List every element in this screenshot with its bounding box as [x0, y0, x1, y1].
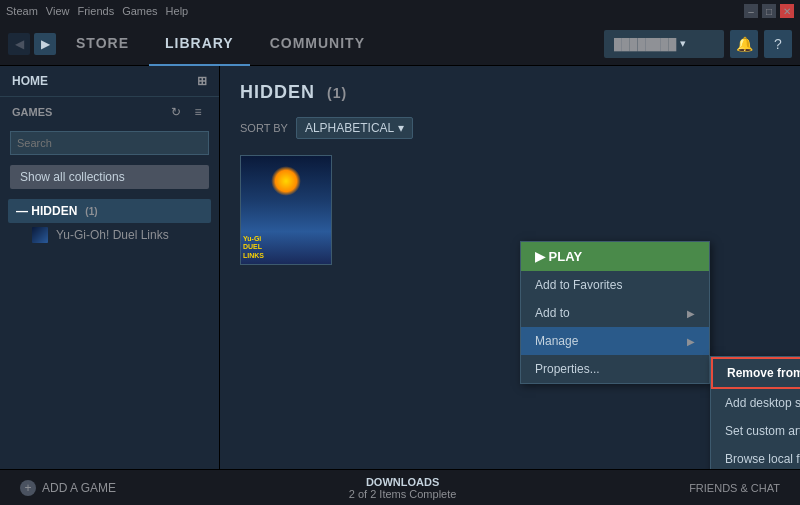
dropdown-arrow-icon: ▾ [680, 37, 686, 50]
sidebar-search-input[interactable] [10, 131, 209, 155]
sidebar-game-yugioh[interactable]: Yu-Gi-Oh! Duel Links [8, 223, 211, 247]
main-layout: HOME ⊞ GAMES ↻ ≡ Show all collections — … [0, 66, 800, 469]
sidebar-header-icons: ↻ ≡ [167, 103, 207, 121]
game-art-yugioh [241, 156, 331, 264]
user-name-display: ████████ [614, 38, 676, 50]
user-button[interactable]: ████████ ▾ [604, 30, 724, 58]
hidden-count-badge: (1) [85, 206, 97, 217]
game-label-yugioh: Yu-Gi-Oh! Duel Links [56, 228, 169, 242]
sort-arrow-icon: ▾ [398, 121, 404, 135]
tab-library[interactable]: LIBRARY [149, 22, 250, 66]
add-game-label: ADD A GAME [42, 481, 116, 495]
submenu-arrow-icon: ▶ [687, 308, 695, 319]
sort-by-label: SORT BY [240, 122, 288, 134]
grid-icon: ⊞ [197, 74, 207, 88]
context-menu-main: ▶ PLAY Add to Favorites Add to ▶ Manage … [520, 241, 710, 384]
friends-chat-button[interactable]: FRIENDS & CHAT [681, 478, 788, 498]
home-label: HOME [12, 74, 48, 88]
sort-bar: SORT BY Alphabetical ▾ [240, 117, 780, 139]
context-manage[interactable]: Manage ▶ [521, 327, 709, 355]
manage-submenu-arrow-icon: ▶ [687, 336, 695, 347]
add-game-button[interactable]: + ADD A GAME [12, 476, 124, 500]
back-button[interactable]: ◀ [8, 33, 30, 55]
close-button[interactable]: ✕ [780, 4, 794, 18]
nav-icons: ████████ ▾ 🔔 ? [604, 30, 792, 58]
refresh-icon-button[interactable]: ↻ [167, 103, 185, 121]
downloads-title: DOWNLOADS [349, 476, 457, 488]
bottom-bar: + ADD A GAME DOWNLOADS 2 of 2 Items Comp… [0, 469, 800, 505]
minimize-button[interactable]: – [744, 4, 758, 18]
help-icon-button[interactable]: ? [764, 30, 792, 58]
game-icon-yugioh [32, 227, 48, 243]
content-area: HIDDEN (1) SORT BY Alphabetical ▾ ▶ PLAY… [220, 66, 800, 469]
context-properties[interactable]: Properties... [521, 355, 709, 383]
forward-button[interactable]: ▶ [34, 33, 56, 55]
downloads-center[interactable]: DOWNLOADS 2 of 2 Items Complete [349, 476, 457, 500]
tab-community[interactable]: COMMUNITY [254, 22, 381, 66]
context-menu-manage: Remove from Hidden Add desktop shortcut … [710, 356, 800, 469]
sidebar-item-home[interactable]: HOME ⊞ [0, 66, 219, 97]
sidebar: HOME ⊞ GAMES ↻ ≡ Show all collections — … [0, 66, 220, 469]
downloads-status: 2 of 2 Items Complete [349, 488, 457, 500]
sort-value: Alphabetical [305, 121, 394, 135]
title-bar-menu: Steam View Friends Games Help [6, 5, 188, 17]
hidden-item-label: — HIDDEN [16, 204, 77, 218]
context-add-favorites[interactable]: Add to Favorites [521, 271, 709, 299]
filter-icon-button[interactable]: ≡ [189, 103, 207, 121]
maximize-button[interactable]: □ [762, 4, 776, 18]
title-bar-controls: – □ ✕ [744, 4, 794, 18]
sidebar-games-header: GAMES ↻ ≡ [0, 97, 219, 127]
games-label: GAMES [12, 106, 52, 118]
context-browse-local[interactable]: Browse local files [711, 445, 800, 469]
title-bar: Steam View Friends Games Help – □ ✕ [0, 0, 800, 22]
tab-store[interactable]: STORE [60, 22, 145, 66]
plus-icon: + [20, 480, 36, 496]
menu-friends[interactable]: Friends [77, 5, 114, 17]
friends-label: FRIENDS & CHAT [689, 482, 780, 494]
context-remove-from-hidden[interactable]: Remove from Hidden [711, 357, 800, 389]
context-add-desktop[interactable]: Add desktop shortcut [711, 389, 800, 417]
sort-dropdown[interactable]: Alphabetical ▾ [296, 117, 413, 139]
nav-bar: ◀ ▶ STORE LIBRARY COMMUNITY ████████ ▾ 🔔… [0, 22, 800, 66]
sidebar-collections: — HIDDEN (1) Yu-Gi-Oh! Duel Links [0, 195, 219, 251]
context-add-to[interactable]: Add to ▶ [521, 299, 709, 327]
show-collections-button[interactable]: Show all collections [10, 165, 209, 189]
notifications-button[interactable]: 🔔 [730, 30, 758, 58]
context-set-artwork[interactable]: Set custom artwork [711, 417, 800, 445]
menu-games[interactable]: Games [122, 5, 157, 17]
menu-steam[interactable]: Steam [6, 5, 38, 17]
menu-view[interactable]: View [46, 5, 70, 17]
context-play[interactable]: ▶ PLAY [521, 242, 709, 271]
section-title: HIDDEN (1) [240, 82, 780, 103]
game-thumb-yugioh[interactable] [240, 155, 332, 265]
menu-help[interactable]: Help [166, 5, 189, 17]
sidebar-item-hidden[interactable]: — HIDDEN (1) [8, 199, 211, 223]
